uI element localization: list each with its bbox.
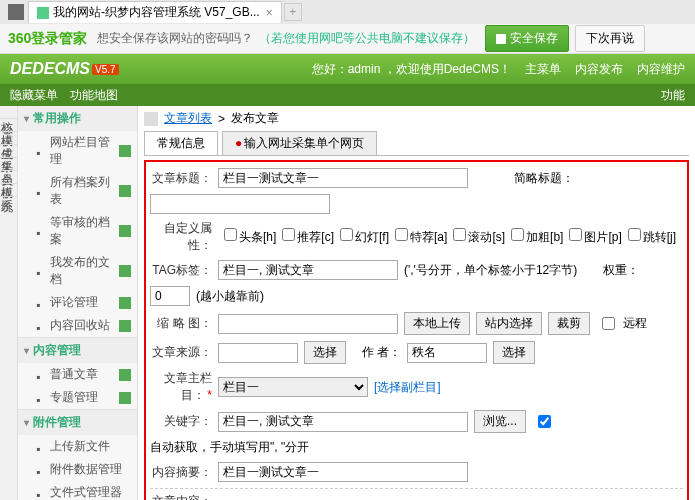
short-title-input[interactable] (150, 194, 330, 214)
bullet-icon: ▪ (36, 488, 46, 498)
btn-crop[interactable]: 裁剪 (548, 312, 590, 335)
menu-map[interactable]: 功能地图 (70, 87, 118, 104)
logo-360: 360登录管家 (8, 30, 87, 48)
tab-title: 我的网站-织梦内容管理系统 V57_GB... (53, 4, 260, 21)
weight-hint: (越小越靠前) (196, 288, 264, 305)
sidebar-item[interactable]: ▪网站栏目管理 (18, 131, 137, 171)
rail-template[interactable]: 模板 (0, 171, 17, 184)
quick-subcolumn[interactable]: [选择副栏目] (374, 379, 441, 396)
close-icon[interactable]: × (266, 6, 273, 20)
rail-core[interactable]: 核心 (0, 106, 17, 119)
bullet-icon: ▪ (36, 266, 46, 276)
sidebar-item[interactable]: ▪普通文章 (18, 363, 137, 386)
tab-basic[interactable]: 常规信息 (144, 131, 218, 155)
sidebar: ▾常用操作▪网站栏目管理▪所有档案列表▪等审核的档案▪我发布的文档▪评论管理▪内… (18, 106, 138, 500)
bullet-icon: ▪ (36, 146, 46, 156)
sidebar-group-head[interactable]: ▾常用操作 (18, 106, 137, 131)
action-icon[interactable] (119, 185, 131, 197)
sidebar-item[interactable]: ▪评论管理 (18, 291, 137, 314)
cb-attr-2[interactable] (340, 228, 353, 241)
nav-main[interactable]: 主菜单 (525, 61, 561, 78)
rail-gen[interactable]: 生成 (0, 132, 17, 145)
lbl-column: 文章主栏目： (150, 370, 212, 404)
action-icon[interactable] (119, 392, 131, 404)
sidebar-item[interactable]: ▪我发布的文档 (18, 251, 137, 291)
sidebar-item[interactable]: ▪等审核的档案 (18, 211, 137, 251)
sidebar-item[interactable]: ▪专题管理 (18, 386, 137, 409)
btn-browse[interactable]: 浏览... (474, 410, 526, 433)
chevron-down-icon: ▾ (24, 417, 29, 428)
lbl-tag: TAG标签： (150, 262, 212, 279)
crumb-sep: > (218, 112, 225, 126)
cb-auto-kw[interactable] (538, 415, 551, 428)
list-icon (144, 112, 158, 126)
sidebar-item[interactable]: ▪所有档案列表 (18, 171, 137, 211)
action-icon[interactable] (119, 369, 131, 381)
sidebar-item[interactable]: ▪附件数据管理 (18, 458, 137, 481)
sidebar-item[interactable]: ▪文件式管理器 (18, 481, 137, 500)
lbl-author: 作 者： (362, 344, 401, 361)
tag-input[interactable] (218, 260, 398, 280)
sidebar-group-head[interactable]: ▾附件管理 (18, 410, 137, 435)
bullet-icon: ▪ (36, 393, 46, 403)
lbl-short: 简略标题： (514, 170, 574, 187)
btn-author-select[interactable]: 选择 (493, 341, 535, 364)
bullet-icon: ▪ (36, 226, 46, 236)
column-select[interactable]: 栏目一 (218, 377, 368, 397)
summary-input[interactable] (218, 462, 468, 482)
rail-module[interactable]: 模块 (0, 119, 17, 132)
nav-maintain[interactable]: 内容维护 (637, 61, 685, 78)
btn-source-select[interactable]: 选择 (304, 341, 346, 364)
sidebar-item[interactable]: ▪内容回收站 (18, 314, 137, 337)
version-badge: V5.7 (92, 64, 119, 75)
cb-attr-0[interactable] (224, 228, 237, 241)
lbl-source: 文章来源： (150, 344, 212, 361)
crumb-current: 发布文章 (231, 110, 279, 127)
btn-site-select[interactable]: 站内选择 (476, 312, 542, 335)
menu-func[interactable]: 功能 (661, 87, 685, 104)
browser-tab[interactable]: 我的网站-织梦内容管理系统 V57_GB... × (28, 1, 282, 23)
toolbar-hint: （若您使用网吧等公共电脑不建议保存） (259, 30, 475, 47)
cb-attr-1[interactable] (282, 228, 295, 241)
bullet-icon: ▪ (36, 465, 46, 475)
author-input[interactable] (407, 343, 487, 363)
cb-attr-7[interactable] (628, 228, 641, 241)
tab-collect[interactable]: ●输入网址采集单个网页 (222, 131, 377, 155)
thumb-input[interactable] (218, 314, 398, 334)
lbl-title: 文章标题： (150, 170, 212, 187)
bullet-icon: ▪ (36, 370, 46, 380)
cb-attr-4[interactable] (453, 228, 466, 241)
rail-system[interactable]: 系统 (0, 184, 17, 197)
bullet-icon: ▪ (36, 186, 46, 196)
cb-attr-3[interactable] (395, 228, 408, 241)
menu-hide[interactable]: 隐藏菜单 (10, 87, 58, 104)
sidebar-group-head[interactable]: ▾内容管理 (18, 338, 137, 363)
action-icon[interactable] (119, 225, 131, 237)
cb-attr-5[interactable] (511, 228, 524, 241)
weight-input[interactable] (150, 286, 190, 306)
cb-attr-6[interactable] (569, 228, 582, 241)
keywords-input[interactable] (218, 412, 468, 432)
action-icon[interactable] (119, 297, 131, 309)
new-tab-button[interactable]: + (284, 3, 302, 21)
auto-kw-hint: 自动获取，手动填写用", "分开 (150, 439, 309, 456)
rail-collect[interactable]: 采集 (0, 145, 17, 158)
later-button[interactable]: 下次再说 (575, 25, 645, 52)
left-rail: 核心 模块 生成 采集 会员 模板 系统 (0, 106, 18, 500)
sidebar-item[interactable]: ▪上传新文件 (18, 435, 137, 458)
safe-save-button[interactable]: 安全保存 (485, 25, 569, 52)
source-input[interactable] (218, 343, 298, 363)
action-icon[interactable] (119, 145, 131, 157)
action-icon[interactable] (119, 320, 131, 332)
bullet-icon: ▪ (36, 298, 46, 308)
chevron-down-icon: ▾ (24, 113, 29, 124)
action-icon[interactable] (119, 265, 131, 277)
crumb-list[interactable]: 文章列表 (164, 110, 212, 127)
cb-remote[interactable] (602, 317, 615, 330)
btn-local-upload[interactable]: 本地上传 (404, 312, 470, 335)
lock-icon (496, 34, 506, 44)
rail-member[interactable]: 会员 (0, 158, 17, 171)
nav-publish[interactable]: 内容发布 (575, 61, 623, 78)
title-input[interactable] (218, 168, 468, 188)
browser-nav-icon[interactable] (8, 4, 24, 20)
